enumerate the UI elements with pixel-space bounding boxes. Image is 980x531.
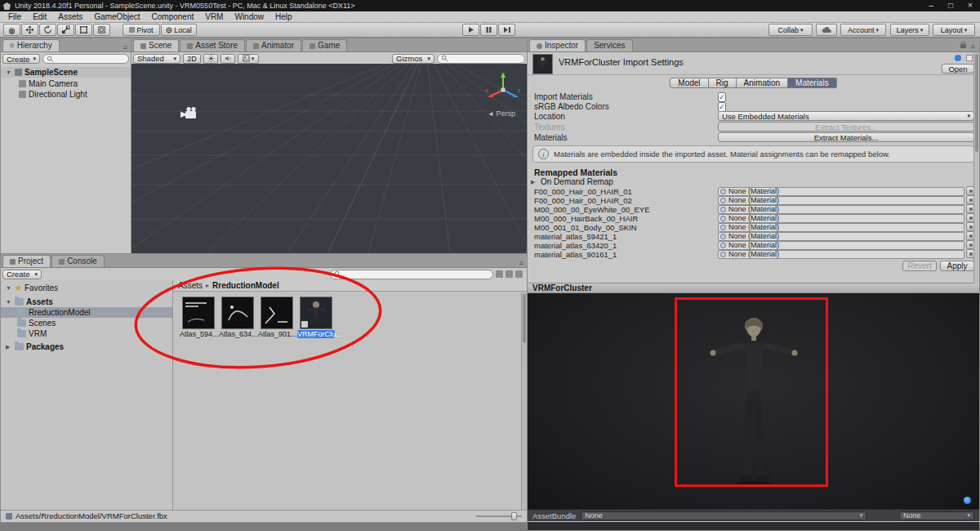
menu-component[interactable]: Component xyxy=(147,11,199,22)
hand-tool-button[interactable] xyxy=(3,24,20,36)
persp-toggle[interactable]: ◄ Persp xyxy=(488,109,515,118)
audio-toggle-button[interactable] xyxy=(220,54,235,64)
scene-search-input[interactable] xyxy=(437,54,525,64)
location-dropdown[interactable]: Use Embedded Materials▾ xyxy=(718,111,974,121)
search-by-label-icon[interactable] xyxy=(506,270,513,278)
hierarchy-create-dropdown[interactable]: Create▾ xyxy=(2,54,40,64)
model-preview[interactable] xyxy=(528,293,979,509)
hierarchy-item-directional-light[interactable]: Directional Light xyxy=(1,89,131,100)
extract-materials-button[interactable]: Extract Materials... xyxy=(718,132,974,142)
menu-edit[interactable]: Edit xyxy=(28,11,51,22)
move-tool-button[interactable] xyxy=(21,24,38,36)
tab-console[interactable]: Console xyxy=(51,255,105,267)
asset-thumb-vrmforcluster[interactable]: VRMForClu... xyxy=(297,297,335,338)
asset-thumb-atlas-901[interactable]: Atlas_901... xyxy=(258,297,296,338)
project-create-dropdown[interactable]: Create▾ xyxy=(2,270,42,279)
asset-thumb-atlas-594[interactable]: Atlas_594... xyxy=(180,297,217,338)
preview-sphere-icon[interactable] xyxy=(964,497,971,504)
tab-asset-store[interactable]: Asset Store xyxy=(180,39,245,51)
scale-tool-button[interactable] xyxy=(57,24,74,36)
hierarchy-item-main-camera[interactable]: Main Camera xyxy=(1,78,131,89)
tab-animation[interactable]: Animation xyxy=(737,78,788,88)
material-object-field[interactable]: None (Material) xyxy=(718,241,964,250)
material-object-field[interactable]: None (Material) xyxy=(718,187,964,196)
maximize-button[interactable]: □ xyxy=(941,0,960,11)
folder-row-scenes[interactable]: Scenes xyxy=(1,318,172,328)
tab-animator[interactable]: Animator xyxy=(246,39,301,51)
menu-window[interactable]: Window xyxy=(229,11,269,22)
tab-scene[interactable]: Scene xyxy=(133,39,179,51)
step-button[interactable] xyxy=(498,24,515,36)
inspector-menu-icon[interactable]: ≡ xyxy=(971,42,975,51)
scrollbar-thumb[interactable] xyxy=(975,54,978,152)
packages-section[interactable]: ▶ Packages xyxy=(1,341,172,352)
open-button[interactable]: Open xyxy=(942,64,974,74)
effects-dropdown-button[interactable]: ▾ xyxy=(238,54,259,64)
assetbundle-variant-dropdown[interactable]: None▾ xyxy=(899,511,974,520)
foldout-icon[interactable]: ▼ xyxy=(6,69,12,75)
panel-menu-icon[interactable]: ≡ xyxy=(519,259,523,267)
play-button[interactable] xyxy=(462,24,479,36)
collab-dropdown[interactable]: Collab▾ xyxy=(768,24,813,36)
shading-mode-dropdown[interactable]: Shaded▾ xyxy=(133,54,180,64)
material-object-field[interactable]: None (Material) xyxy=(718,250,964,259)
material-object-field[interactable]: None (Material) xyxy=(718,223,964,232)
scene-camera-icon[interactable] xyxy=(180,106,202,121)
gizmos-dropdown[interactable]: Gizmos▾ xyxy=(392,54,434,64)
folder-row-rreductionmodel[interactable]: RreductionModel xyxy=(1,307,172,318)
material-object-field[interactable]: None (Material) xyxy=(718,196,964,205)
lighting-toggle-button[interactable] xyxy=(203,54,218,64)
material-object-field[interactable]: None (Material) xyxy=(718,214,964,223)
search-by-type-icon[interactable] xyxy=(496,270,503,278)
preview-header[interactable]: VRMForCluster xyxy=(528,283,979,293)
tab-hierarchy[interactable]: ≡ Hierarchy xyxy=(2,39,60,51)
tab-game[interactable]: Game xyxy=(302,39,347,51)
hierarchy-search-input[interactable] xyxy=(42,54,129,64)
assetbundle-dropdown[interactable]: None▾ xyxy=(581,511,866,520)
foldout-icon[interactable]: ▼ xyxy=(6,285,12,291)
axis-orientation-gizmo[interactable]: y x z xyxy=(484,70,522,108)
scene-viewport[interactable]: y x z ◄ Persp xyxy=(131,64,527,253)
folder-row-vrm[interactable]: VRM xyxy=(1,328,172,339)
apply-button[interactable]: Apply xyxy=(940,261,974,271)
scrollbar-thumb[interactable] xyxy=(523,294,526,343)
menu-vrm[interactable]: VRM xyxy=(200,11,228,22)
tab-materials[interactable]: Materials xyxy=(788,78,837,88)
hierarchy-scene-row[interactable]: ▼ SampleScene xyxy=(1,67,131,78)
material-object-field[interactable]: None (Material) xyxy=(718,205,964,214)
help-icon[interactable] xyxy=(955,55,961,61)
panel-menu-icon[interactable]: ≡ xyxy=(123,43,127,51)
breadcrumb-current[interactable]: RreductionModel xyxy=(212,281,279,290)
close-button[interactable]: × xyxy=(960,0,980,11)
tab-model[interactable]: Model xyxy=(670,78,708,88)
tab-rig[interactable]: Rig xyxy=(709,78,737,88)
tab-services[interactable]: Services xyxy=(586,39,632,51)
project-search-input[interactable] xyxy=(330,270,493,279)
preset-icon[interactable] xyxy=(966,55,973,61)
cloud-button[interactable] xyxy=(816,24,837,36)
menu-help[interactable]: Help xyxy=(270,11,297,22)
minimize-button[interactable]: – xyxy=(921,0,941,11)
transform-tool-button[interactable] xyxy=(93,24,110,36)
on-demand-remap-foldout[interactable]: ▶ On Demand Remap xyxy=(531,177,613,186)
local-toggle-button[interactable]: Local xyxy=(161,24,197,36)
project-scrollbar[interactable] xyxy=(521,292,527,510)
layers-dropdown[interactable]: Layers▾ xyxy=(890,24,929,36)
layout-dropdown[interactable]: Layout▾ xyxy=(933,24,975,36)
favorites-section[interactable]: ▼ ★ Favorites xyxy=(1,283,172,293)
tab-inspector[interactable]: Inspector xyxy=(529,39,586,51)
favorite-search-icon[interactable] xyxy=(515,270,523,278)
assets-root-row[interactable]: ▼ Assets xyxy=(1,297,172,307)
rect-tool-button[interactable] xyxy=(75,24,92,36)
slider-knob[interactable] xyxy=(511,512,517,520)
foldout-icon[interactable]: ▶ xyxy=(531,179,537,185)
2d-toggle-button[interactable]: 2D xyxy=(183,54,201,64)
account-dropdown[interactable]: Account▾ xyxy=(840,24,886,36)
menu-assets[interactable]: Assets xyxy=(53,11,87,22)
asset-thumb-atlas-634[interactable]: Atlas_634... xyxy=(219,297,256,338)
pause-button[interactable] xyxy=(480,24,497,36)
menu-gameobject[interactable]: GameObject xyxy=(89,11,145,22)
rotate-tool-button[interactable] xyxy=(39,24,56,36)
material-object-field[interactable]: None (Material) xyxy=(718,232,964,241)
foldout-icon[interactable]: ▼ xyxy=(6,299,12,305)
